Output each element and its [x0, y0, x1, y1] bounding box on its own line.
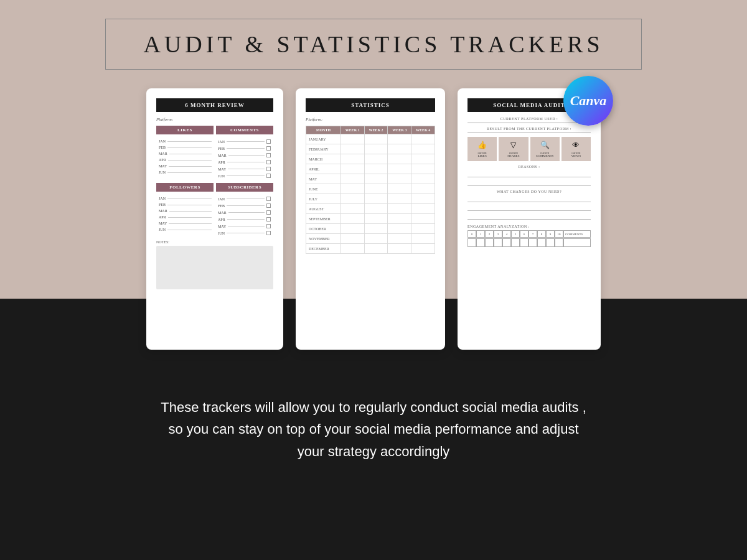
list-item: JUN — [156, 169, 214, 175]
divider7 — [467, 213, 591, 220]
list-item: APR — [215, 159, 273, 166]
followers-col: JAN FEB MAR APR MAY JUN — [156, 195, 214, 236]
top-section: AUDIT & STATISTICS TRACKERS 6 MONTH REVI… — [0, 0, 747, 299]
list-item: JUN — [156, 226, 214, 233]
list-item: MAY — [215, 223, 273, 230]
list-item: FEB — [215, 145, 273, 152]
canva-label: Canva — [570, 93, 607, 109]
list-item: FEB — [215, 202, 273, 209]
comments-icon-cell: 🔍 currentCOMMENTS — [530, 137, 560, 161]
list-item: FEB — [156, 202, 214, 208]
table-row: JANUARY — [306, 134, 435, 144]
reasons-label: REASONS : — [467, 165, 591, 169]
eye-icon: 👁 — [572, 141, 580, 150]
table-row: JULY — [306, 194, 435, 204]
list-item: JAN — [156, 195, 214, 202]
list-item: JAN — [215, 195, 273, 202]
result-label: RESULT FROM THE CURRENT PLATFORM : — [467, 127, 591, 131]
list-item: MAR — [215, 209, 273, 216]
divider5 — [467, 196, 591, 202]
eng-empty-8 — [537, 238, 546, 247]
likes-header: LIKES — [156, 126, 214, 134]
card-6-month-review: 6 MONTH REVIEW Platform: LIKES COMMENTS … — [146, 88, 283, 350]
list-item: JAN — [215, 138, 273, 145]
cards-container: 6 MONTH REVIEW Platform: LIKES COMMENTS … — [146, 88, 601, 350]
divider2 — [467, 133, 591, 133]
card2-platform: Platform: — [306, 117, 435, 122]
list-item: MAY — [156, 220, 214, 226]
eng-empty-5 — [511, 238, 520, 247]
engagement-label: ENGAGEMENT ANALYZATION : — [467, 225, 591, 228]
list-item: MAR — [156, 151, 214, 157]
card2-header: STATISTICS — [306, 98, 435, 112]
notes-section: NOTES: — [156, 240, 273, 289]
eng-empty-9 — [546, 238, 555, 247]
bottom-text-line3: your strategy accordingly — [298, 444, 450, 459]
bottom-text-line2: so you can stay on top of your social me… — [168, 421, 578, 437]
bottom-text-line1: These trackers will allow you to regular… — [161, 399, 586, 415]
card-social-media-audit: SOCIAL MEDIA AUDIT CURRENT PLATFORM USED… — [458, 88, 601, 350]
likes-icon-cell: 👍 currentLIKES — [467, 137, 497, 161]
eng-1: 1 — [476, 230, 485, 238]
eng-6: 6 — [520, 230, 529, 238]
list-item: APR — [156, 157, 214, 163]
comments-header: COMMENTS — [216, 126, 273, 134]
followers-subscribers-headers: FOLLOWERS SUBSCRIBERS — [156, 183, 273, 192]
statistics-table: MONTH WEEK 1 WEEK 2 WEEK 3 WEEK 4 JANUAR… — [306, 126, 435, 254]
divider3 — [467, 171, 591, 177]
notes-box — [156, 246, 273, 289]
eng-5: 5 — [511, 230, 520, 238]
eng-empty-7 — [529, 238, 537, 247]
list-item: JUN — [215, 230, 273, 236]
card1-platform: Platform: — [156, 117, 273, 122]
eng-2: 2 — [485, 230, 494, 238]
list-item: APR — [215, 216, 273, 223]
divider6 — [467, 205, 591, 211]
list-item: JUN — [215, 172, 273, 179]
eng-empty-10 — [555, 238, 563, 247]
subscribers-header: SUBSCRIBERS — [216, 183, 273, 192]
likes-comments-headers: LIKES COMMENTS — [156, 126, 273, 134]
list-item: MAR — [215, 152, 273, 159]
table-row: JUNE — [306, 184, 435, 194]
eng-empty-1 — [476, 238, 485, 247]
eng-7: 7 — [529, 230, 537, 238]
eng-4: 4 — [502, 230, 511, 238]
table-row: MARCH — [306, 154, 435, 164]
list-item: JAN — [156, 138, 214, 144]
notes-label: NOTES: — [156, 240, 169, 244]
card1-header: 6 MONTH REVIEW — [156, 98, 273, 112]
card-statistics: STATISTICS Platform: MONTH WEEK 1 WEEK 2… — [296, 88, 445, 350]
eng-comments: COMMENTS — [563, 230, 591, 238]
eng-empty-4 — [502, 238, 511, 247]
shares-icon-cell: ▽ currentSHARES — [499, 137, 528, 161]
table-row: OCTOBER — [306, 224, 435, 234]
table-row: DECEMBER — [306, 244, 435, 254]
engagement-row: 0 1 2 3 4 5 6 7 8 9 10 COMMENTS — [467, 230, 591, 238]
shares-icon: ▽ — [510, 141, 516, 150]
comments-icon: 🔍 — [540, 141, 550, 150]
list-item: MAY — [215, 166, 273, 172]
bottom-text: These trackers will allow you to regular… — [161, 396, 586, 462]
eng-empty-3 — [494, 238, 502, 247]
eng-3: 3 — [494, 230, 502, 238]
subscribers-col: JAN FEB MAR APR MAY JUN — [215, 195, 273, 236]
divider1 — [467, 123, 591, 123]
eng-8: 8 — [537, 230, 546, 238]
eng-10: 10 — [555, 230, 563, 238]
col-week4: WEEK 4 — [411, 126, 435, 134]
eng-empty-0 — [467, 238, 476, 247]
metrics-icons-grid: 👍 currentLIKES ▽ currentSHARES 🔍 current… — [467, 137, 591, 161]
divider4 — [467, 180, 591, 186]
followers-header: FOLLOWERS — [156, 183, 214, 192]
table-row: NOVEMBER — [306, 234, 435, 244]
table-row: APRIL — [306, 164, 435, 174]
title-banner: AUDIT & STATISTICS TRACKERS — [105, 19, 641, 70]
main-title: AUDIT & STATISTICS TRACKERS — [143, 30, 603, 58]
col-week2: WEEK 2 — [364, 126, 388, 134]
eng-0: 0 — [467, 230, 476, 238]
views-icon-cell: 👁 currentVIEWS — [561, 137, 591, 161]
eng-empty-2 — [485, 238, 494, 247]
list-item: MAY — [156, 163, 214, 169]
comments-col: JAN FEB MAR APR MAY JUN — [215, 138, 273, 179]
